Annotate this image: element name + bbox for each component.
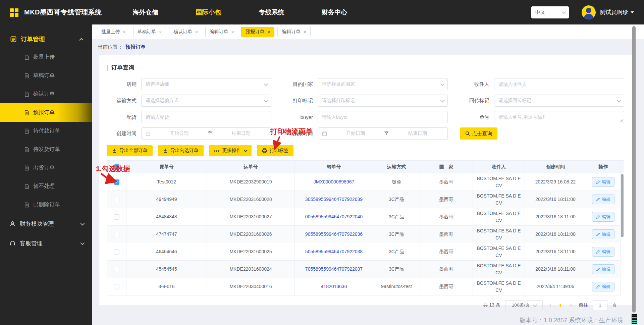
tab-batch-upload[interactable]: 批量上传× xyxy=(97,27,130,37)
order-no-textarea[interactable] xyxy=(498,114,620,120)
query-button[interactable]: 点击查询 xyxy=(460,127,497,140)
sidebar-item-on-hold[interactable]: 暂不处理 xyxy=(0,177,92,196)
edit-button[interactable]: 编辑 xyxy=(592,264,614,274)
sidebar-item-confirm-orders[interactable]: 确认订单 xyxy=(0,85,92,103)
close-icon[interactable]: × xyxy=(159,30,162,35)
sidebar-item-shipped-orders[interactable]: 出货订单 xyxy=(0,159,92,177)
close-icon[interactable]: × xyxy=(231,30,234,35)
table-scrollbar-thumb[interactable] xyxy=(621,174,624,237)
sidebar-item-label: 已删除订单 xyxy=(33,201,60,208)
row-checkbox[interactable] xyxy=(114,267,119,272)
print-label-button[interactable]: 打印标签 xyxy=(257,145,293,156)
close-icon[interactable]: × xyxy=(267,30,270,35)
chevron-up-icon xyxy=(79,38,84,42)
buyer-input[interactable] xyxy=(322,114,443,120)
close-icon[interactable]: × xyxy=(304,30,306,35)
sidebar-item-label: 暂不处理 xyxy=(33,183,55,190)
row-checkbox[interactable] xyxy=(114,197,119,202)
edit-button[interactable]: 编辑 xyxy=(592,195,614,204)
pencil-icon xyxy=(596,232,600,236)
row-checkbox[interactable] xyxy=(114,214,119,220)
start-date[interactable]: 开始日期 xyxy=(330,130,382,137)
next-page-button[interactable]: › xyxy=(568,302,574,308)
prev-page-button[interactable]: ‹ xyxy=(547,302,553,308)
accent-bar xyxy=(107,65,108,71)
transfer-no-link[interactable]: 4182013630 xyxy=(321,283,347,290)
receiver-input[interactable] xyxy=(498,82,620,87)
download-icon xyxy=(163,148,168,153)
transfer-no-link[interactable]: 0055895599464707922040 xyxy=(305,213,363,220)
breadcrumb-current: 预报订单 xyxy=(125,44,146,50)
sidebar-item-forecast-orders[interactable]: 预报订单 xyxy=(0,103,92,122)
destination-country-select[interactable]: 请选择目的国家 xyxy=(318,78,448,90)
user-menu[interactable]: 测试员啊珍 xyxy=(600,8,634,16)
transfer-no-link[interactable]: 5055895599464707922038 xyxy=(305,248,363,255)
tab-edit-order-2[interactable]: 编辑订单× xyxy=(277,27,311,37)
edit-button[interactable]: 编辑 xyxy=(592,247,614,257)
resize-grip[interactable] xyxy=(620,119,623,122)
transfer-no-link[interactable]: 7055895599464707922037 xyxy=(305,266,363,272)
close-icon[interactable]: × xyxy=(195,30,198,35)
select-all-checkbox[interactable] xyxy=(114,164,119,170)
sidebar-item-draft-orders[interactable]: 草稿订单 xyxy=(0,66,92,85)
edit-button[interactable]: 编辑 xyxy=(592,282,614,291)
transfer-no-link[interactable]: JMX000000898967 xyxy=(314,178,354,185)
field-label: 单号 xyxy=(460,114,489,120)
end-date[interactable]: 结束日期 xyxy=(215,130,267,137)
nav-international-parcel[interactable]: 国际小包 xyxy=(196,8,221,17)
printer-icon xyxy=(262,148,267,153)
col-original-no: 原单号 xyxy=(126,161,207,173)
tab-confirm-orders[interactable]: 确认订单× xyxy=(169,27,202,37)
search-icon xyxy=(465,131,470,136)
forecast-time-range[interactable]: 开始日期 至 结束日期 xyxy=(318,127,448,140)
language-select[interactable]: 中文 xyxy=(531,6,569,18)
return-mark-select[interactable]: 请选择回传标记 xyxy=(494,95,624,107)
pencil-icon xyxy=(596,285,600,289)
breadcrumb: 当前位置： 预报订单 xyxy=(92,39,644,55)
transfer-no-link[interactable]: 9055895599464707922036 xyxy=(305,231,363,237)
export-all-button[interactable]: 导出全部订单 xyxy=(107,145,153,156)
print-mark-select[interactable]: 请选择打印标记 xyxy=(318,95,448,107)
sidebar-group-finance-modules[interactable]: 财务模块管理 xyxy=(0,214,92,233)
edit-button[interactable]: 编辑 xyxy=(592,177,614,187)
sidebar-group-customer-service[interactable]: 客服管理 xyxy=(0,233,92,253)
nav-finance-center[interactable]: 财务中心 xyxy=(322,8,347,17)
sidebar-group-order-management[interactable]: 订单管理 xyxy=(0,31,92,48)
tab-forecast-orders[interactable]: 预报订单× xyxy=(241,27,274,37)
page-size-select[interactable]: 100条/页 xyxy=(505,300,543,310)
edit-button[interactable]: 编辑 xyxy=(592,212,614,222)
start-date[interactable]: 开始日期 xyxy=(153,130,205,137)
current-page[interactable]: 1 xyxy=(558,303,563,308)
tab-edit-order-1[interactable]: 编辑订单× xyxy=(205,27,238,37)
field-label: 预报时间 xyxy=(283,130,313,137)
col-receiver: 收件人 xyxy=(473,161,525,173)
nav-dedicated-line[interactable]: 专线系统 xyxy=(259,8,284,17)
row-checkbox[interactable]: ✓ xyxy=(114,179,119,185)
edit-button[interactable]: 编辑 xyxy=(592,229,614,239)
pencil-icon xyxy=(596,215,600,219)
tab-draft-orders[interactable]: 草稿订单× xyxy=(133,27,166,37)
transfer-no-link[interactable]: 3055895599464707922039 xyxy=(305,196,363,203)
sidebar-item-batch-upload[interactable]: 批量上传 xyxy=(0,48,92,66)
row-checkbox[interactable] xyxy=(114,232,119,237)
export-checked-button[interactable]: 导出勾选订单 xyxy=(158,145,204,156)
sidebar-item-pending-shipment[interactable]: 待发货订单 xyxy=(0,140,92,159)
shop-select[interactable]: 请选择店铺 xyxy=(141,78,271,90)
end-date[interactable]: 结束日期 xyxy=(392,130,444,137)
row-checkbox[interactable] xyxy=(114,249,119,255)
row-checkbox[interactable] xyxy=(114,284,119,289)
more-operations-button[interactable]: ••• 更多操作 xyxy=(209,145,252,156)
chevron-down-icon xyxy=(617,98,621,102)
shipping-method-select[interactable]: 请选择运输方式 xyxy=(141,95,271,107)
allocation-input[interactable] xyxy=(146,114,267,120)
avatar[interactable] xyxy=(582,5,596,19)
goto-page-input[interactable] xyxy=(593,300,607,310)
sidebar-item-deleted-orders[interactable]: 已删除订单 xyxy=(0,196,92,214)
create-time-range[interactable]: 开始日期 至 结束日期 xyxy=(141,127,271,140)
sidebar-item-pending-payment[interactable]: 待付款订单 xyxy=(0,122,92,140)
calendar-icon xyxy=(322,131,327,136)
nav-overseas-warehouse[interactable]: 海外仓储 xyxy=(133,8,158,17)
page-scrollbar-thumb[interactable] xyxy=(632,26,636,313)
close-icon[interactable]: × xyxy=(123,30,126,35)
sidebar-group-label: 财务模块管理 xyxy=(20,220,54,228)
